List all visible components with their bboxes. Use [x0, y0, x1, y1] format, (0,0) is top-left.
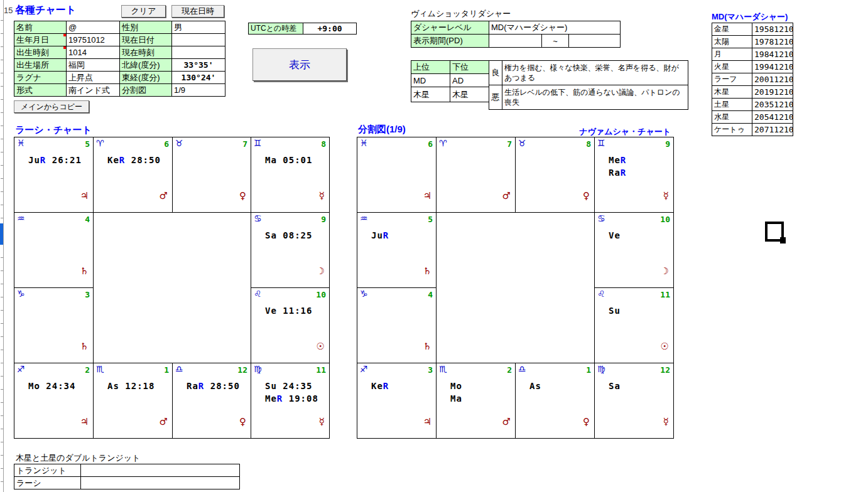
display-period-label: 表示期間(PD)	[411, 34, 489, 48]
aquarius-sign-icon: ♒	[17, 214, 25, 223]
planet-entry: MeR 19:08	[265, 392, 318, 405]
md-planet-label: 金星	[712, 23, 752, 36]
planet-list: JuR	[371, 229, 389, 242]
worksheet: 15 各種チャート クリア 現在日時 名前@性別男生年月日19751012現在日…	[0, 0, 868, 492]
utc-offset-label: UTCとの時差	[248, 23, 303, 35]
form-value-cell[interactable]	[172, 34, 225, 46]
form-label: ラグナ	[14, 72, 67, 84]
house-number: 6	[164, 139, 169, 149]
house-number: 3	[85, 290, 90, 299]
md-table-title: MD(マハーダシャー)	[712, 11, 788, 23]
navamsa-cell-taurus: ♉8♀	[515, 137, 595, 213]
house-number: 12	[237, 365, 247, 375]
double-transit-title: 木星と土星のダブルトランジット	[16, 452, 140, 464]
form-label: 出生時刻	[14, 46, 67, 59]
md-table-body: 金星19581210太陽19781210月19841210火星19941210ラ…	[712, 23, 793, 136]
form-row: 形式南インド式分割図1/9	[14, 84, 225, 97]
planet-entry: Ve	[609, 229, 621, 242]
md-start-date: 20541210	[752, 111, 793, 124]
retrograde-marker: R	[277, 393, 283, 404]
form-value-cell[interactable]: 福岡	[67, 59, 120, 72]
gutter-tick	[1, 376, 3, 377]
lower-planet-value: 木星	[450, 87, 489, 102]
rasi-cell-leo: ♌10Ve 11:16☉	[251, 287, 330, 363]
retrograde-marker: R	[40, 155, 46, 165]
planet-entry: Ma 05:01	[265, 154, 312, 166]
sagittarius-sign-icon: ♐	[17, 365, 25, 373]
form-value-cell[interactable]: @	[67, 21, 120, 34]
libra-sign-icon: ♎	[518, 365, 526, 373]
show-button[interactable]: 表示	[252, 48, 347, 81]
planet-list: Su 24:35MeR 19:08	[265, 380, 318, 405]
gutter-tick	[1, 442, 3, 442]
form-label: 出生場所	[14, 59, 67, 72]
planet-list: KeR	[371, 380, 389, 392]
md-row: 木星20191210	[712, 86, 793, 99]
house-number: 5	[428, 215, 433, 224]
md-start-date: 20011210	[752, 73, 793, 86]
gutter-tick	[1, 33, 3, 34]
form-value-cell[interactable]: 19751012	[67, 34, 120, 46]
house-number: 7	[242, 139, 247, 149]
house-number: 2	[85, 365, 90, 375]
form-label: 東経(度分)	[120, 72, 172, 84]
display-period-to[interactable]	[568, 34, 621, 48]
capricorn-sign-icon: ♑	[360, 289, 368, 298]
form-value-cell[interactable]	[172, 46, 225, 59]
md-start-date: 19781210	[752, 36, 793, 48]
scorpio-sign-icon: ♏	[439, 365, 447, 373]
planet-entry: KeR 28:50	[107, 154, 161, 166]
scorpio-sign-icon: ♏	[96, 365, 104, 373]
sun-lord-icon: ☉	[317, 342, 325, 351]
transit-row: トランジット	[14, 464, 240, 477]
form-label: 生年月日	[14, 34, 67, 46]
current-datetime-button[interactable]: 現在日時	[171, 5, 224, 18]
gutter-tick	[1, 323, 3, 324]
gutter-tick	[1, 165, 3, 166]
navamsa-cell-aquarius: ♒5JuR♄	[357, 212, 437, 288]
form-value-cell[interactable]: 1014	[67, 46, 120, 59]
form-value-cell[interactable]: 上昇点	[67, 72, 120, 84]
mercury-lord-icon: ☿	[319, 191, 325, 201]
md-start-date: 20191210	[752, 86, 793, 99]
gutter-tick	[1, 336, 3, 337]
judgement-bad-row: 悪 生活レベルの低下、筋の通らない議論、パトロンの喪失	[489, 85, 688, 110]
house-number: 5	[85, 139, 90, 149]
form-value-cell[interactable]: 130°24'	[172, 72, 225, 84]
gutter-tick	[1, 218, 3, 218]
house-number: 4	[428, 290, 433, 299]
form-value-cell[interactable]: 南インド式	[67, 84, 120, 97]
house-number: 3	[428, 365, 433, 375]
form-value-cell[interactable]: 1/9	[172, 84, 225, 97]
dasha-level-value[interactable]: MD(マハーダシャー)	[489, 21, 621, 35]
cancer-sign-icon: ♋	[254, 214, 262, 223]
rasi-cell-capricorn: ♑3♄	[14, 287, 94, 363]
house-number: 8	[321, 139, 326, 149]
jupiter-lord-icon: ♃	[423, 417, 431, 427]
upper-level-value: MD	[411, 73, 450, 87]
rasi-cell-pisces: ♓5JuR 26:21♃	[14, 137, 94, 213]
form-value-cell[interactable]: 33°35'	[172, 59, 225, 72]
navamsa-cell-sagittarius: ♐3KeR♃	[357, 363, 437, 439]
double-transit-body: トランジットラーシ	[14, 464, 240, 489]
planet-entry: Sa	[609, 380, 621, 392]
row-number: 15	[4, 6, 13, 15]
retrograde-marker: R	[119, 155, 125, 165]
md-row: 土星20351210	[712, 99, 793, 111]
form-value-cell[interactable]: 男	[172, 21, 225, 34]
virgo-sign-icon: ♍	[254, 365, 262, 373]
sun-lord-icon: ☉	[661, 342, 669, 351]
gutter-tick	[1, 389, 3, 390]
gutter-tick	[1, 46, 3, 47]
copy-from-main-button[interactable]: メインからコピー	[14, 100, 89, 113]
jupiter-lord-icon: ♃	[80, 191, 89, 201]
house-number: 12	[660, 365, 670, 375]
display-period-from[interactable]	[489, 34, 542, 48]
clear-button[interactable]: クリア	[121, 5, 166, 18]
planet-list: MeRRaR	[609, 154, 626, 179]
form-row: ラグナ上昇点東経(度分)130°24'	[14, 72, 225, 84]
utc-offset-value[interactable]: +9:00	[303, 23, 357, 35]
gutter-tick	[1, 86, 3, 87]
planet-entry: RaR 28:50	[187, 380, 240, 392]
row-selection-indicator	[0, 223, 3, 245]
